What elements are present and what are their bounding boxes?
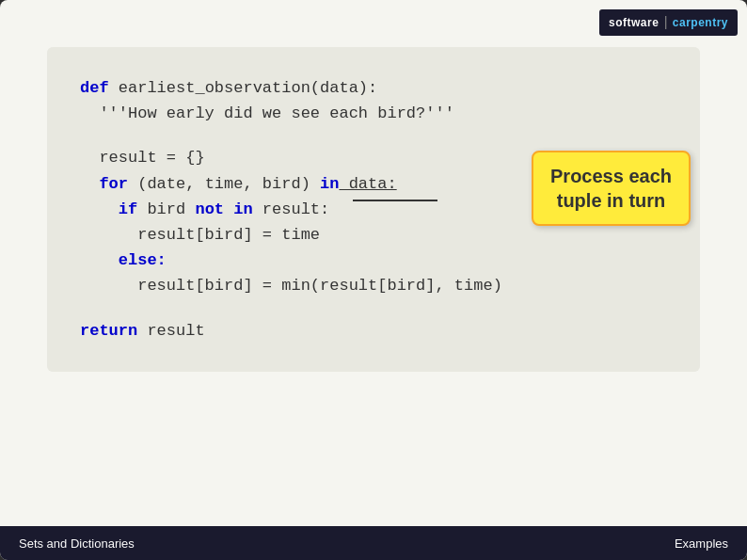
- keyword-for: for: [99, 171, 128, 197]
- assign-time: result[bird] = time: [80, 222, 320, 248]
- main-content: def earliest_observation(data): '''How e…: [0, 0, 747, 560]
- annotation-line2: tuple in turn: [550, 188, 672, 213]
- arrow-line: [353, 200, 437, 201]
- code-line-1-rest: earliest_observation(data):: [109, 75, 378, 101]
- annotation-box: Process each tuple in turn: [532, 151, 691, 226]
- result-init: result = {}: [80, 145, 205, 170]
- data-ref: data:: [339, 171, 396, 197]
- code-line-7: result[bird] = time: [80, 222, 667, 248]
- slide: software | carpentry def earliest_observ…: [0, 0, 747, 560]
- keyword-in-for: in: [320, 171, 339, 197]
- code-line-1: def earliest_observation(data):: [80, 75, 667, 101]
- keyword-return: return: [80, 318, 137, 344]
- blank-line-2: [80, 299, 667, 318]
- for-vars: (date, time, bird): [128, 171, 320, 197]
- result-var: result:: [253, 197, 330, 222]
- blank-line-1: [80, 126, 667, 145]
- keyword-not: not: [195, 197, 224, 222]
- return-result: result: [137, 318, 204, 344]
- code-line-2: '''How early did we see each bird?''': [80, 101, 667, 126]
- keyword-def: def: [80, 75, 109, 101]
- assign-min: result[bird] = min(result[bird], time): [80, 273, 502, 298]
- footer-left: Sets and Dictionaries: [19, 536, 135, 551]
- keyword-else: else:: [119, 248, 167, 273]
- bird-var: bird: [137, 197, 195, 222]
- code-line-8: else:: [80, 248, 667, 273]
- footer-right: Examples: [675, 536, 728, 551]
- code-line-11: return result: [80, 318, 667, 344]
- keyword-if: if: [119, 197, 137, 222]
- docstring: '''How early did we see each bird?''': [80, 101, 454, 126]
- keyword-in-if: in: [224, 197, 253, 222]
- code-line-9: result[bird] = min(result[bird], time): [80, 273, 667, 298]
- annotation-line1: Process each: [550, 164, 672, 188]
- footer-bar: Sets and Dictionaries Examples: [0, 526, 747, 560]
